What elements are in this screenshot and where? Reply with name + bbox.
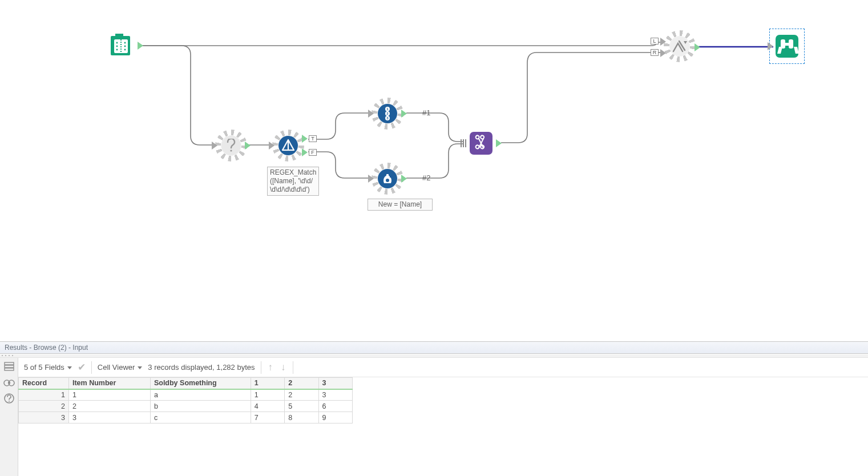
col-soldby[interactable]: Soldby Something [150,378,251,389]
separator [293,361,293,374]
cell[interactable]: b [150,401,251,412]
cell[interactable]: 8 [285,412,318,423]
results-toolbar: 5 of 5 Fields ✔ Cell Viewer 3 records di… [18,358,868,377]
port-out[interactable] [244,142,251,150]
tool-filter[interactable] [275,132,301,159]
cell[interactable]: 5 [285,401,318,412]
col-2[interactable]: 2 [285,378,318,389]
rail-data-view-button[interactable] [2,360,16,373]
port-label-r: R [651,49,659,56]
port-out[interactable] [401,175,407,183]
cell[interactable]: 1 [19,389,69,401]
table-row[interactable]: 33c789 [19,412,353,423]
cell[interactable]: 6 [318,401,352,412]
cell[interactable]: 3 [68,412,150,423]
results-panel: Results - Browse (2) - Input [0,341,868,476]
svg-point-2 [116,42,118,44]
port-in[interactable] [767,42,774,50]
cell[interactable]: a [150,389,251,401]
tool-text-input[interactable] [110,33,136,59]
tool-union[interactable] [468,130,494,156]
rows-icon [4,362,14,371]
port-in[interactable] [368,175,374,183]
svg-point-4 [116,49,118,51]
col-item-number[interactable]: Item Number [68,378,150,389]
nav-down-button[interactable]: ↓ [280,362,287,373]
tool-record-id[interactable]: 1 2 3 [374,100,401,127]
cell[interactable]: 2 [19,401,69,412]
port-out[interactable] [495,139,502,147]
col-3[interactable]: 3 [318,378,352,389]
svg-rect-31 [5,365,14,368]
tool-formula[interactable] [374,166,401,192]
tool-formula-annotation: New = [Name] [368,199,433,211]
port-multi-in[interactable] [460,139,467,147]
nav-up-button[interactable]: ↑ [267,362,274,373]
cell-viewer-dropdown[interactable]: Cell Viewer [98,363,143,372]
cell[interactable]: 9 [318,412,352,423]
svg-rect-35 [8,382,10,384]
cell[interactable]: 1 [68,389,150,401]
tool-join[interactable] [667,33,693,59]
tool-filter-annotation: REGEX_Match ([Name], '\d\d/ \d\d/\d\d\d\… [267,167,319,196]
svg-rect-24 [776,35,798,58]
apply-check-icon[interactable]: ✔ [78,361,86,373]
port-out-false[interactable] [301,148,308,156]
help-icon [4,393,14,404]
text-input-icon [110,33,136,59]
port-out[interactable] [401,110,407,118]
cell[interactable]: 4 [251,401,284,412]
records-summary: 3 records displayed, 1,282 bytes [148,363,255,372]
svg-rect-30 [5,362,14,365]
svg-point-3 [116,46,118,47]
port-label-f: F [309,149,317,156]
record-id-icon: 1 2 3 [382,106,393,122]
tool-unknown[interactable] [218,132,244,159]
results-table[interactable]: Record Item Number Soldby Something 1 2 … [18,377,353,423]
port-out[interactable] [137,42,144,50]
svg-point-5 [124,42,126,44]
svg-rect-32 [5,368,14,370]
join-icon [672,40,687,53]
union-icon [468,130,494,156]
cell[interactable]: 2 [285,389,318,401]
rail-browse-button[interactable] [2,376,16,389]
col-record[interactable]: Record [19,378,69,389]
cell[interactable]: c [150,412,251,423]
svg-point-6 [124,46,126,47]
rail-help-button[interactable] [2,392,16,405]
table-header-row: Record Item Number Soldby Something 1 2 … [19,378,353,389]
results-main: 5 of 5 Fields ✔ Cell Viewer 3 records di… [18,358,868,476]
separator [91,361,92,374]
port-label-l: L [651,38,659,45]
fields-dropdown[interactable]: 5 of 5 Fields [24,363,72,372]
tool-browse[interactable] [774,33,800,59]
svg-rect-17 [386,174,389,177]
separator [261,361,261,374]
port-in-r[interactable] [660,49,667,57]
port-in[interactable] [268,142,275,150]
results-title: Results - Browse (2) - Input [0,342,868,354]
cell[interactable]: 3 [318,389,352,401]
cell[interactable]: 3 [19,412,69,423]
port-out[interactable] [694,43,701,51]
table-row[interactable]: 11a123 [19,389,353,401]
svg-point-20 [391,175,392,176]
cell[interactable]: 2 [68,401,150,412]
svg-point-19 [390,176,391,178]
port-in[interactable] [368,110,374,118]
port-label-t: T [309,135,317,142]
svg-rect-29 [784,43,790,46]
binoculars-small-icon [3,378,15,387]
workflow-canvas[interactable]: T F REGEX_Match ([Name], '\d\d/ \d\d/\d\… [0,0,868,341]
port-in-l[interactable] [660,38,667,46]
col-1[interactable]: 1 [251,378,284,389]
cell[interactable]: 7 [251,412,284,423]
cell[interactable]: 1 [251,389,284,401]
results-rail [0,358,18,476]
port-out-true[interactable] [301,135,308,143]
table-row[interactable]: 22b456 [19,401,353,412]
svg-point-37 [9,401,10,402]
hash-1: #1 [422,108,430,117]
port-in[interactable] [211,142,218,150]
